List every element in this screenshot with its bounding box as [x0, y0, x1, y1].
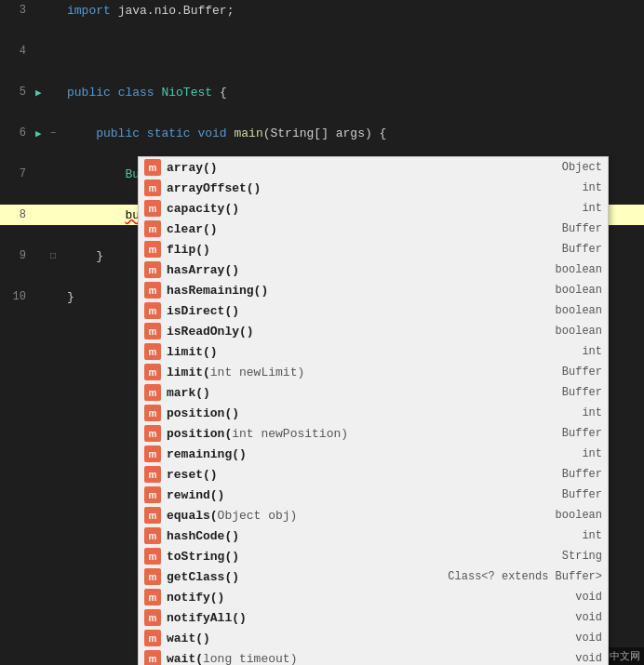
ac-item-limit[interactable]: m limit() int [139, 341, 608, 362]
ac-item-type: int [582, 447, 602, 460]
ac-item-type: Buffer [562, 222, 602, 235]
ac-item-type: Buffer [562, 427, 602, 440]
line-number-7: 7 [0, 167, 35, 180]
ac-method-icon: m [144, 466, 161, 483]
ac-item-type: Class<? extends Buffer> [448, 570, 602, 583]
ac-item-type: Object [562, 161, 602, 174]
ac-item-type: void [575, 611, 602, 624]
ac-item-hashcode[interactable]: m hashCode() int [139, 525, 608, 546]
ac-item-name: flip() [167, 243, 555, 257]
ac-method-icon: m [144, 527, 161, 544]
ac-method-icon: m [144, 159, 161, 176]
fold-icon-9[interactable]: □ [50, 251, 63, 261]
ac-item-reset[interactable]: m reset() Buffer [139, 464, 608, 485]
ac-item-name: hasRemaining() [167, 284, 548, 298]
ac-item-limit-param[interactable]: m limit(int newLimit) Buffer [139, 362, 608, 382]
ac-method-icon: m [144, 323, 161, 339]
ac-item-type: int [582, 529, 602, 542]
ac-item-name: arrayOffset() [167, 181, 574, 195]
ac-item-isreadonly[interactable]: m isReadOnly() boolean [139, 321, 608, 341]
ac-item-name: reset() [167, 468, 555, 482]
ac-item-name: limit() [167, 345, 574, 359]
autocomplete-dropdown[interactable]: m array() Object m arrayOffset() int m c… [138, 156, 609, 665]
ac-item-name: rewind() [167, 488, 555, 502]
ac-item-name: equals(Object obj) [167, 509, 548, 523]
ac-item-hasremaining[interactable]: m hasRemaining() boolean [139, 280, 608, 300]
ac-item-array[interactable]: m array() Object [139, 157, 608, 178]
run-icon-6[interactable]: ▶ [35, 127, 50, 140]
ac-item-name: notifyAll() [167, 611, 568, 625]
ac-item-position-param[interactable]: m position(int newPosition) Buffer [139, 423, 608, 444]
ac-item-name: clear() [167, 222, 555, 236]
ac-item-name: isDirect() [167, 304, 548, 318]
run-icon-5[interactable]: ▶ [35, 86, 50, 99]
ac-item-type: String [562, 550, 602, 563]
ac-method-icon: m [144, 507, 161, 524]
ac-item-arrayoffset[interactable]: m arrayOffset() int [139, 178, 608, 198]
editor-area: 3 import java.nio.Buffer; 4 5 ▶ public c… [0, 0, 644, 665]
ac-item-rewind[interactable]: m rewind() Buffer [139, 485, 608, 505]
ac-method-icon: m [144, 589, 161, 605]
line-content-10: } [63, 290, 74, 304]
ac-item-tostring[interactable]: m toString() String [139, 546, 608, 566]
ac-item-type: void [575, 632, 602, 645]
ac-item-position[interactable]: m position() int [139, 403, 608, 423]
ac-item-type: int [582, 345, 602, 358]
ac-item-name: remaining() [167, 447, 574, 461]
ac-item-getclass[interactable]: m getClass() Class<? extends Buffer> [139, 566, 608, 587]
ac-item-name: wait() [167, 632, 568, 645]
ac-item-mark[interactable]: m mark() Buffer [139, 382, 608, 403]
ac-item-type: boolean [556, 509, 602, 522]
line-content-6: public static void main(String[] args) { [63, 126, 386, 140]
ac-item-type: Buffer [562, 468, 602, 481]
ac-method-icon: m [144, 486, 161, 503]
ac-item-wait[interactable]: m wait() void [139, 628, 608, 648]
ac-item-name: array() [167, 161, 555, 175]
ac-item-clear[interactable]: m clear() Buffer [139, 219, 608, 239]
ac-item-name: wait(long timeout) [167, 652, 568, 666]
ac-method-icon: m [144, 405, 161, 421]
ac-item-name: mark() [167, 386, 555, 400]
ac-item-type: Buffer [562, 488, 602, 501]
ac-item-name: capacity() [167, 202, 574, 216]
ac-item-type: int [582, 406, 602, 419]
ac-item-remaining[interactable]: m remaining() int [139, 444, 608, 464]
ac-item-type: Buffer [562, 386, 602, 399]
ac-item-capacity[interactable]: m capacity() int [139, 198, 608, 219]
line-6: 6 ▶ − public static void main(String[] a… [0, 123, 644, 143]
ac-method-icon: m [144, 446, 161, 462]
ac-method-icon: m [144, 261, 161, 278]
ac-item-notify[interactable]: m notify() void [139, 587, 608, 607]
ac-method-icon: m [144, 548, 161, 565]
ac-item-flip[interactable]: m flip() Buffer [139, 239, 608, 259]
ac-item-notifyall[interactable]: m notifyAll() void [139, 607, 608, 628]
ac-item-type: Buffer [562, 366, 602, 379]
ac-item-type: Buffer [562, 243, 602, 256]
ac-method-icon: m [144, 180, 161, 196]
ac-item-type: int [582, 202, 602, 215]
ac-item-name: position(int newPosition) [167, 427, 555, 441]
ac-item-name: hasArray() [167, 263, 548, 277]
ac-method-icon: m [144, 364, 161, 380]
ac-item-name: limit(int newLimit) [167, 366, 555, 379]
line-number-9: 9 [0, 249, 35, 262]
ac-method-icon: m [144, 302, 161, 319]
ac-item-name: hashCode() [167, 529, 574, 543]
ac-item-hasarray[interactable]: m hasArray() boolean [139, 259, 608, 280]
line-content-3: import java.nio.Buffer; [63, 4, 234, 18]
ac-method-icon: m [144, 650, 161, 665]
ac-method-icon: m [144, 200, 161, 217]
ac-item-equals[interactable]: m equals(Object obj) boolean [139, 505, 608, 525]
ac-item-type: void [575, 652, 602, 665]
ac-item-type: boolean [556, 325, 602, 338]
line-number-10: 10 [0, 290, 35, 303]
ac-item-type: boolean [556, 304, 602, 317]
ac-item-type: int [582, 181, 602, 194]
ac-item-isdirect[interactable]: m isDirect() boolean [139, 300, 608, 321]
ac-method-icon: m [144, 282, 161, 299]
ac-item-name: toString() [167, 550, 555, 564]
fold-icon-6[interactable]: − [50, 128, 63, 139]
line-number-8: 8 [0, 208, 35, 221]
ac-method-icon: m [144, 343, 161, 360]
ac-item-wait-timeout[interactable]: m wait(long timeout) void [139, 648, 608, 665]
